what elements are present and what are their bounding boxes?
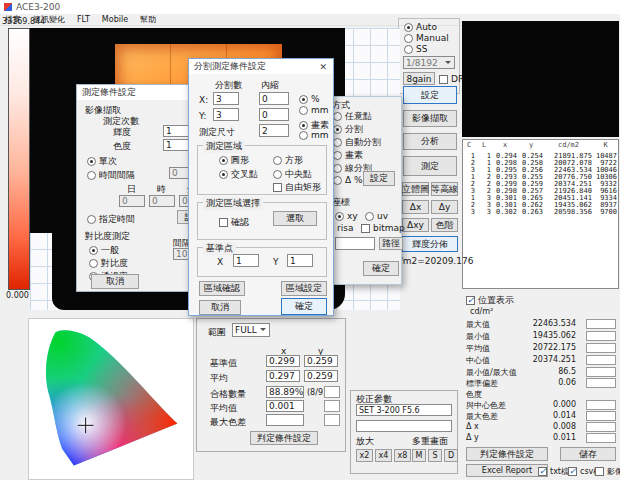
radio-auto-split[interactable]: 自動分割 xyxy=(333,136,381,149)
close-icon[interactable]: ✕ xyxy=(313,62,333,72)
txt-file-checkbox[interactable]: txt檔 xyxy=(538,466,569,477)
luminance-dist-button[interactable]: 輝度分佈 xyxy=(402,236,458,252)
split-dialog-titlebar[interactable]: 分割測定條件設定 ✕ xyxy=(189,59,333,74)
luminance-colorbar xyxy=(8,28,30,290)
y-divisions-field[interactable]: 3 xyxy=(213,108,239,121)
base-y-field[interactable]: 1 xyxy=(287,254,313,267)
stat-value: 0.000 xyxy=(553,400,576,409)
radio-square[interactable]: 方形 xyxy=(273,154,303,167)
solid-graph-button[interactable]: 立體圖 xyxy=(402,182,429,196)
radio-circle[interactable]: 圓形 xyxy=(219,154,249,167)
avg-y-field[interactable]: 0.259 xyxy=(304,370,338,382)
pick-button[interactable]: 選取 xyxy=(273,211,317,226)
calibration-value-field[interactable]: SET 3-200 F5.6 xyxy=(356,404,452,416)
radio-interval[interactable]: 時間間隔 xyxy=(87,169,135,182)
judge-setting-button[interactable]: 判定條件設定 xyxy=(250,431,318,445)
capture-button[interactable]: 影像擷取 xyxy=(403,110,457,127)
radio-label: 畫素 xyxy=(345,149,363,162)
hour-label: 時 xyxy=(157,184,166,194)
output-path-field[interactable] xyxy=(335,237,375,250)
range-dropdown[interactable]: FULL xyxy=(232,323,270,337)
area-set-button[interactable]: 區域設定 xyxy=(281,281,327,296)
checkbox-icon xyxy=(466,296,475,305)
col-cd: cd/m2 xyxy=(545,142,594,149)
radio-delta-pct[interactable]: Δ % xyxy=(333,175,363,185)
excel-report-button[interactable]: Excel Report xyxy=(466,464,548,477)
image-file-checkbox[interactable]: 影像檔 xyxy=(595,466,620,477)
method-ok-button[interactable]: 確定 xyxy=(363,261,399,276)
confirm-checkbox[interactable]: 確認 xyxy=(219,216,249,229)
bitmap-checkbox[interactable]: bitmap xyxy=(361,223,405,233)
area-confirm-button[interactable]: 區域確認 xyxy=(199,281,245,296)
base-x-field[interactable]: 1 xyxy=(233,254,259,267)
delta-x-button[interactable]: Δx xyxy=(402,200,429,214)
y-inset-field[interactable]: 0 xyxy=(259,108,289,121)
radio-size-mm[interactable]: mm xyxy=(299,130,329,140)
condition-cancel-button[interactable]: 取消 xyxy=(91,274,139,289)
contour-button[interactable]: 等高線 xyxy=(431,182,458,196)
radio-ss[interactable]: SS xyxy=(404,44,427,54)
day-field[interactable]: 0 xyxy=(119,195,145,207)
zoom-x8-button[interactable]: x8 xyxy=(394,449,411,462)
radio-uv[interactable]: uv xyxy=(365,211,388,221)
y-label: Y: xyxy=(199,111,206,121)
gain-button[interactable]: 8gain xyxy=(403,72,435,85)
radio-pixel[interactable]: 畫素 xyxy=(333,149,363,162)
radio-label: xy xyxy=(347,211,358,221)
zoom-x2-button[interactable]: x2 xyxy=(356,449,373,462)
hour-field[interactable]: 0 xyxy=(149,195,175,207)
dr-checkbox[interactable]: DR xyxy=(439,74,464,84)
multi-m-button[interactable]: M xyxy=(412,449,426,462)
free-rect-checkbox[interactable]: 自由矩形 xyxy=(273,181,321,194)
radio-manual[interactable]: Manual xyxy=(404,33,449,43)
radio-inset-percent[interactable]: % xyxy=(299,94,320,104)
radio-contrast[interactable]: 對比度 xyxy=(89,257,128,270)
calibration-value2-field[interactable] xyxy=(356,420,452,432)
delta-y-button[interactable]: Δy xyxy=(431,200,458,214)
delta-xy-button[interactable]: Δxy xyxy=(402,218,429,232)
analyze-button[interactable]: 分析 xyxy=(403,133,457,150)
save-button[interactable]: 儲存 xyxy=(560,447,616,461)
x-divisions-field[interactable]: 3 xyxy=(213,92,239,105)
radio-xy[interactable]: xy xyxy=(335,211,358,221)
multi-d-button[interactable]: D xyxy=(444,449,458,462)
ref-y-field[interactable]: 0.259 xyxy=(304,355,338,367)
radio-auto[interactable]: Auto xyxy=(404,22,437,32)
tone-button[interactable]: 色階 xyxy=(431,218,458,232)
radio-any-point[interactable]: 任意點 xyxy=(333,110,372,123)
x-label: X: xyxy=(199,95,208,105)
menu-help[interactable]: 幫助 xyxy=(140,14,156,25)
multi-s-button[interactable]: S xyxy=(428,449,442,462)
size-field[interactable]: 2 xyxy=(259,124,289,137)
cie-diagram-panel[interactable] xyxy=(28,318,194,480)
judge-box xyxy=(586,378,616,388)
table-row[interactable]: 330.3020.26320598.3569700 xyxy=(463,209,619,216)
radio-scheduled[interactable]: 指定時間 xyxy=(87,213,135,226)
position-display-checkbox[interactable]: 位置表示 xyxy=(466,294,514,307)
settings-button[interactable]: 設定 xyxy=(403,86,457,104)
ref-x-field[interactable]: 0.299 xyxy=(266,355,300,367)
avg-x-field[interactable]: 0.297 xyxy=(266,370,300,382)
x-inset-field[interactable]: 0 xyxy=(259,92,289,105)
pass-field: 88.89% xyxy=(266,386,304,398)
menu-mobile[interactable]: Mobile xyxy=(102,15,128,24)
stat-row: 最小值/最大值86.5 xyxy=(464,367,618,378)
split-cancel-button[interactable]: 取消 xyxy=(199,300,241,315)
stat-label: 最大值 xyxy=(466,319,490,330)
radio-single[interactable]: 單次 xyxy=(87,155,117,168)
radio-cross-point[interactable]: 交叉點 xyxy=(219,168,258,181)
radio-normal[interactable]: 一般 xyxy=(89,244,119,257)
radio-split[interactable]: 分割 xyxy=(333,123,363,136)
method-set-button[interactable]: 設定 xyxy=(363,171,395,186)
shutter-dropdown[interactable]: 1/8192 xyxy=(403,56,455,69)
split-ok-button[interactable]: 確定 xyxy=(281,298,327,315)
radio-inset-mm[interactable]: mm xyxy=(299,105,329,115)
preview-image[interactable] xyxy=(462,21,619,137)
measure-button[interactable]: 測定 xyxy=(403,156,457,176)
menu-flt[interactable]: FLT xyxy=(77,15,90,24)
judge-condition-button[interactable]: 判定條件設定 xyxy=(466,447,548,461)
checkbox-icon xyxy=(568,467,577,476)
zoom-x4-button[interactable]: x4 xyxy=(375,449,392,462)
path-button[interactable]: 路徑 xyxy=(379,237,403,250)
radio-center-point[interactable]: 中央點 xyxy=(273,168,312,181)
